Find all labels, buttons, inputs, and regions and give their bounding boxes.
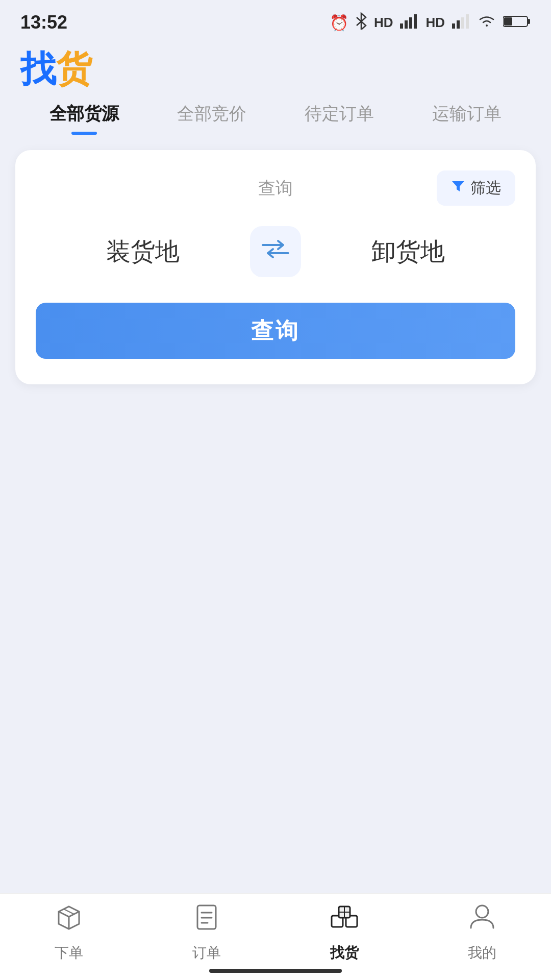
svg-rect-3 [414, 14, 417, 29]
tab-all-bid[interactable]: 全部竞价 [148, 102, 276, 135]
box-icon [54, 901, 84, 938]
query-card-title: 查询 [195, 177, 355, 200]
nav-label-find-cargo: 找货 [330, 943, 359, 963]
alarm-icon: ⏰ [330, 14, 348, 32]
swap-button[interactable] [250, 226, 301, 277]
signal1-icon: HD [374, 15, 393, 31]
svg-rect-10 [504, 17, 512, 26]
signal-bars1-icon [400, 14, 418, 31]
svg-rect-1 [405, 20, 408, 29]
tab-pending-order[interactable]: 待定订单 [276, 102, 403, 135]
svg-rect-2 [409, 17, 412, 29]
nav-item-place-order[interactable]: 下单 [0, 901, 138, 963]
svg-rect-5 [457, 20, 460, 29]
svg-rect-6 [461, 17, 464, 29]
nav-label-my: 我的 [468, 943, 496, 963]
loading-location[interactable]: 装货地 [36, 235, 250, 268]
person-icon [467, 901, 497, 938]
filter-icon [451, 179, 465, 197]
tab-all-supply[interactable]: 全部货源 [20, 102, 148, 135]
unloading-location[interactable]: 卸货地 [301, 235, 515, 268]
signal-bars2-icon [452, 14, 470, 31]
query-card-header: 查询 筛选 [36, 170, 515, 206]
nav-item-my[interactable]: 我的 [413, 901, 551, 963]
tab-transport-order[interactable]: 运输订单 [403, 102, 531, 135]
nav-item-orders[interactable]: 订单 [138, 901, 276, 963]
home-indicator [209, 969, 342, 973]
location-row: 装货地 卸货地 [36, 226, 515, 277]
signal2-icon: HD [425, 15, 445, 31]
svg-rect-7 [466, 14, 469, 29]
nav-label-orders: 订单 [192, 943, 221, 963]
svg-rect-4 [452, 23, 455, 29]
filter-button[interactable]: 筛选 [437, 170, 515, 206]
svg-rect-0 [400, 23, 403, 29]
svg-point-20 [476, 905, 488, 918]
filter-label: 筛选 [470, 178, 501, 199]
app-header: 找货 [0, 41, 551, 92]
wifi-icon [478, 14, 496, 31]
cargo-icon [329, 901, 360, 938]
nav-label-place-order: 下单 [55, 943, 83, 963]
swap-icon [260, 239, 291, 264]
status-icons: ⏰ HD HD [330, 12, 531, 33]
svg-rect-9 [528, 19, 530, 24]
order-icon [191, 901, 222, 938]
app-title: 找货 [20, 51, 531, 87]
status-bar: 13:52 ⏰ HD HD [0, 0, 551, 41]
nav-item-find-cargo[interactable]: 找货 [276, 901, 413, 963]
title-char2: 货 [56, 49, 92, 89]
bluetooth-icon [356, 12, 367, 33]
title-char1: 找 [20, 49, 56, 89]
status-time: 13:52 [20, 12, 67, 33]
query-card: 查询 筛选 装货地 卸货地 查询 [15, 150, 536, 384]
battery-icon [503, 14, 531, 31]
bottom-navigation: 下单 订单 找货 [0, 893, 551, 980]
tab-navigation: 全部货源 全部竞价 待定订单 运输订单 [0, 92, 551, 135]
query-button[interactable]: 查询 [36, 303, 515, 359]
